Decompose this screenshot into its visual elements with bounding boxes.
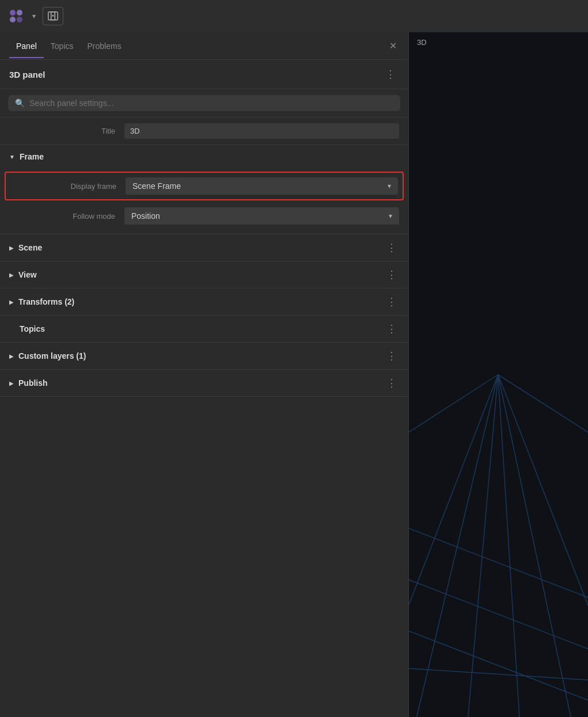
follow-mode-dropdown[interactable]: Position ▾ xyxy=(124,207,399,225)
section-frame: ▼ Frame Display frame Scene Frame ▾ xyxy=(0,145,408,234)
svg-line-9 xyxy=(468,375,498,718)
tab-panel[interactable]: Panel xyxy=(9,35,44,58)
svg-line-12 xyxy=(498,375,588,718)
display-frame-value: Scene Frame xyxy=(132,181,181,191)
svg-line-15 xyxy=(409,614,588,717)
tab-topics[interactable]: Topics xyxy=(44,35,81,58)
topbar: ▾ + xyxy=(0,0,588,32)
custom-layers-section-header[interactable]: ▶ Custom layers (1) ⋮ xyxy=(0,343,408,369)
display-frame-label: Display frame xyxy=(10,182,126,191)
panel-more-button[interactable]: ⋮ xyxy=(382,67,399,82)
new-panel-button[interactable]: + xyxy=(43,7,63,25)
svg-point-1 xyxy=(17,10,22,16)
publish-section-title: Publish xyxy=(18,378,384,388)
section-transforms: ▶ Transforms (2) ⋮ xyxy=(0,289,408,316)
svg-point-3 xyxy=(17,17,22,22)
svg-line-16 xyxy=(409,666,588,683)
svg-point-0 xyxy=(10,10,16,16)
view-chevron-icon: ▶ xyxy=(9,272,14,278)
panel-sidebar: Panel Topics Problems ✕ 3D panel ⋮ 🔍 Tit… xyxy=(0,32,409,717)
section-scene: ▶ Scene ⋮ xyxy=(0,234,408,261)
search-input[interactable] xyxy=(29,98,393,108)
frame-section-header[interactable]: ▼ Frame xyxy=(0,145,408,168)
section-topics: Topics ⋮ xyxy=(0,316,408,343)
view-section-title: View xyxy=(18,270,384,279)
publish-section-header[interactable]: ▶ Publish ⋮ xyxy=(0,370,408,396)
follow-mode-row: Follow mode Position ▾ xyxy=(0,203,408,229)
title-row: Title 3D xyxy=(0,117,408,145)
transforms-section-header[interactable]: ▶ Transforms (2) ⋮ xyxy=(0,289,408,315)
custom-layers-section-title: Custom layers (1) xyxy=(18,351,384,361)
display-frame-dropdown[interactable]: Scene Frame ▾ xyxy=(126,177,398,195)
view-section-header[interactable]: ▶ View ⋮ xyxy=(0,261,408,288)
display-frame-arrow-icon: ▾ xyxy=(388,182,391,190)
topics-section-title: Topics xyxy=(20,324,384,333)
scene-section-title: Scene xyxy=(18,243,384,252)
topics-section-header[interactable]: Topics ⋮ xyxy=(0,316,408,342)
follow-mode-control: Position ▾ xyxy=(124,207,399,225)
view-3d: 3D xyxy=(409,32,588,717)
custom-layers-more-button[interactable]: ⋮ xyxy=(384,350,399,362)
logo-chevron-button[interactable]: ▾ xyxy=(30,11,38,21)
frame-section-title: Frame xyxy=(20,152,399,161)
section-custom-layers: ▶ Custom layers (1) ⋮ xyxy=(0,343,408,370)
scene-chevron-icon: ▶ xyxy=(9,245,14,251)
svg-line-13 xyxy=(409,511,588,614)
main-layout: Panel Topics Problems ✕ 3D panel ⋮ 🔍 Tit… xyxy=(0,32,588,717)
svg-line-14 xyxy=(409,563,588,665)
tab-bar: Panel Topics Problems ✕ xyxy=(0,32,408,60)
transforms-more-button[interactable]: ⋮ xyxy=(384,295,399,308)
search-input-wrap: 🔍 xyxy=(8,95,400,111)
custom-layers-chevron-icon: ▶ xyxy=(9,353,14,359)
tab-close-button[interactable]: ✕ xyxy=(387,38,399,54)
scene-section-header[interactable]: ▶ Scene ⋮ xyxy=(0,234,408,261)
publish-more-button[interactable]: ⋮ xyxy=(384,377,399,389)
grid-lines xyxy=(409,32,588,717)
title-value: 3D xyxy=(124,123,399,139)
search-bar: 🔍 xyxy=(0,89,408,117)
tab-problems[interactable]: Problems xyxy=(81,35,128,58)
logo-icon xyxy=(7,7,25,25)
settings-content: Title 3D ▼ Frame Display frame Scene Fra… xyxy=(0,117,408,717)
svg-line-17 xyxy=(409,375,498,461)
panel-header: 3D panel ⋮ xyxy=(0,60,408,89)
display-frame-row: Display frame Scene Frame ▾ xyxy=(5,172,404,200)
publish-chevron-icon: ▶ xyxy=(9,380,14,386)
follow-mode-arrow-icon: ▾ xyxy=(389,212,392,220)
follow-mode-label: Follow mode xyxy=(9,212,124,221)
svg-line-8 xyxy=(417,375,498,718)
section-publish: ▶ Publish ⋮ xyxy=(0,370,408,397)
title-label: Title xyxy=(9,127,124,135)
topics-more-button[interactable]: ⋮ xyxy=(384,323,399,335)
transforms-chevron-icon: ▶ xyxy=(9,299,14,305)
transforms-section-title: Transforms (2) xyxy=(18,297,384,306)
section-view: ▶ View ⋮ xyxy=(0,261,408,289)
svg-text:+: + xyxy=(52,13,54,18)
svg-point-2 xyxy=(10,17,16,22)
display-frame-control: Scene Frame ▾ xyxy=(126,177,398,195)
view-more-button[interactable]: ⋮ xyxy=(384,268,399,281)
scene-more-button[interactable]: ⋮ xyxy=(384,241,399,254)
frame-section-content: Display frame Scene Frame ▾ Follow mode xyxy=(0,168,408,234)
frame-chevron-icon: ▼ xyxy=(9,154,15,160)
follow-mode-value: Position xyxy=(131,211,160,221)
svg-line-18 xyxy=(498,375,588,461)
panel-title: 3D panel xyxy=(9,70,45,79)
search-icon: 🔍 xyxy=(15,98,25,108)
